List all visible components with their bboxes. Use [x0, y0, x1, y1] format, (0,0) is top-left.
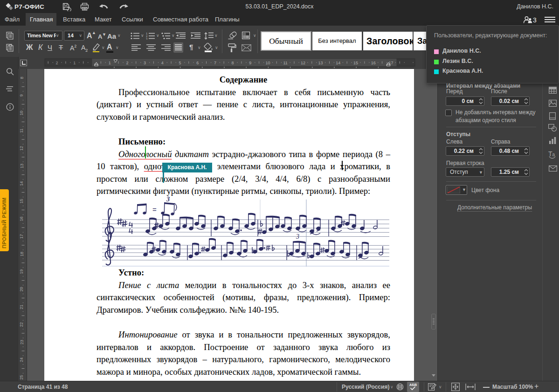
svg-text:11: 11	[20, 129, 24, 133]
svg-text:3: 3	[296, 233, 299, 240]
svg-text:21: 21	[20, 304, 24, 309]
svg-text:15: 15	[20, 199, 24, 204]
svg-text:9: 9	[20, 94, 24, 96]
svg-text:9: 9	[249, 61, 251, 65]
svg-text:22: 22	[20, 322, 24, 327]
svg-text:16: 16	[371, 61, 376, 65]
svg-text:10: 10	[265, 61, 270, 65]
svg-text:12: 12	[301, 61, 305, 65]
svg-text:12: 12	[20, 146, 24, 151]
svg-text:=: =	[152, 206, 157, 213]
svg-text:13: 13	[20, 164, 24, 168]
svg-text:23: 23	[20, 340, 24, 344]
svg-text:15: 15	[353, 61, 358, 65]
svg-text:13: 13	[318, 61, 323, 65]
svg-text:10: 10	[20, 111, 24, 116]
svg-text:2: 2	[56, 61, 58, 65]
svg-text:20: 20	[20, 287, 24, 292]
svg-text:11: 11	[283, 61, 288, 65]
svg-text:19: 19	[20, 269, 24, 274]
svg-text:7: 7	[214, 61, 216, 65]
svg-text:3: 3	[166, 196, 170, 203]
svg-text:24: 24	[20, 358, 24, 362]
svg-text:3: 3	[146, 38, 148, 40]
svg-text:1: 1	[109, 61, 111, 65]
svg-text:8: 8	[20, 76, 24, 79]
svg-text:3: 3	[533, 16, 537, 24]
svg-text:1: 1	[73, 61, 76, 65]
svg-text:5: 5	[179, 61, 181, 65]
svg-text:14: 14	[336, 61, 340, 65]
svg-text:8: 8	[232, 61, 234, 65]
svg-text:4: 4	[161, 61, 164, 65]
svg-text:25: 25	[20, 375, 24, 380]
svg-text:16: 16	[20, 216, 24, 221]
svg-text:6: 6	[196, 61, 199, 65]
svg-text:3: 3	[144, 61, 146, 65]
svg-text:2: 2	[126, 61, 128, 65]
svg-text:14: 14	[20, 181, 24, 186]
svg-text:18: 18	[20, 252, 24, 256]
svg-text:17: 17	[20, 234, 24, 239]
